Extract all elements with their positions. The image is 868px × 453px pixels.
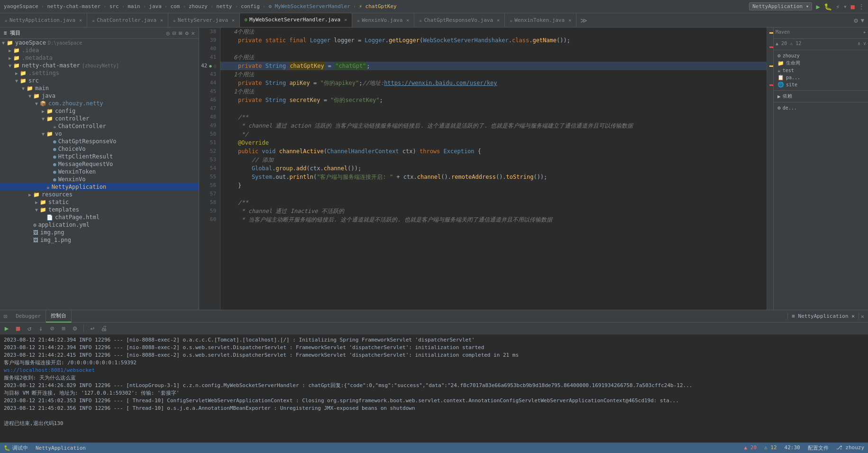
tree-item-controller[interactable]: ▼ 📁 controller: [0, 115, 199, 122]
tree-item-metadata[interactable]: ▶ 📁 .metadata: [0, 54, 199, 62]
breadcrumb-main[interactable]: main: [128, 3, 140, 9]
right-item-zhouzhy[interactable]: ⚙ zhouzy: [776, 52, 866, 59]
tree-item-nettyapplication[interactable]: ☕ NettyApplication: [0, 183, 199, 191]
breadcrumb-com[interactable]: com: [170, 3, 180, 9]
linenum-40: 40: [199, 45, 220, 53]
tab-wenxinvo[interactable]: ☕ WenxinVo.java ✕: [352, 13, 414, 28]
tab-close-myhandler[interactable]: ✕: [344, 17, 347, 22]
print-btn[interactable]: 🖨: [99, 324, 109, 333]
bottom-tab-debugger[interactable]: Debugger: [11, 310, 46, 323]
tree-item-img1[interactable]: 🖼 img_1.png: [0, 236, 199, 244]
tree-item-resources[interactable]: ▶ 📁 resources: [0, 191, 199, 198]
tree-item-templates[interactable]: ▼ 📁 templates: [0, 206, 199, 213]
right-item-test[interactable]: ☕ test: [776, 67, 866, 74]
encoding[interactable]: 配置文件: [808, 444, 829, 452]
tree-item-yaoespace[interactable]: ▼ 📁 yaoeSpace D:\yaoeSpace: [0, 39, 199, 46]
tree-item-chatpage[interactable]: 📄 chatPage.html: [0, 213, 199, 221]
clear-console-btn[interactable]: ⊘: [47, 324, 57, 333]
session-tab[interactable]: ≡ NettyApplication ✕: [787, 313, 859, 319]
collapse-all-icon[interactable]: ⊟: [173, 30, 176, 37]
tree-item-settings[interactable]: ▶ 📁 .settings: [0, 69, 199, 77]
status-netty[interactable]: NettyApplication: [36, 445, 86, 451]
softrap-btn[interactable]: ↩: [88, 324, 97, 333]
breadcrumb-src[interactable]: src: [110, 3, 119, 9]
tab-close-wenxintoken[interactable]: ✕: [568, 18, 571, 23]
settings-icon[interactable]: ⚙: [185, 30, 189, 37]
stop-tool-btn[interactable]: ■: [13, 324, 23, 333]
tree-item-java[interactable]: ▼ 📁 java: [0, 92, 199, 100]
tree-item-chatcontroller[interactable]: ☕ ChatController: [0, 122, 199, 130]
warn-count[interactable]: ⚠ 12: [764, 444, 777, 452]
run-button[interactable]: ▶: [816, 3, 820, 10]
settings-tool-btn[interactable]: ⚙: [70, 324, 80, 333]
tree-item-appyml[interactable]: ⚙ application.yml: [0, 221, 199, 229]
bottom-tab-console[interactable]: 控制台: [46, 310, 72, 323]
tab-close-nettyapplication[interactable]: ✕: [79, 18, 82, 23]
right-item-shengchang[interactable]: 📁 生命周: [776, 59, 866, 67]
tab-nettyapplication[interactable]: ☕ NettyApplication.java ✕: [0, 13, 87, 28]
collapse-button[interactable]: ▼: [861, 17, 864, 24]
code-scroll[interactable]: 38 39 40 41 42 ● @ 43 44 45 46 47 48 49 …: [199, 28, 773, 310]
tree-label-java: java: [42, 92, 55, 99]
tree-item-wenxintoken[interactable]: ● WenxinToken: [0, 168, 199, 176]
tree-item-config[interactable]: ▶ 📁 config: [0, 107, 199, 115]
tree-item-idea[interactable]: ▶ 📁 .idea: [0, 46, 199, 54]
tab-chatgptresponsevo[interactable]: ☕ ChatGptResponseVo.java ✕: [414, 13, 505, 28]
linenum-59: 59: [199, 207, 220, 215]
coverage-button[interactable]: ⚡: [836, 3, 840, 10]
tab-mywebsockethandler[interactable]: ⚙ MyWebSocketServerHandler.java ✕: [240, 13, 352, 28]
branch[interactable]: ⎇ zhouzy: [836, 444, 864, 452]
right-item-pa[interactable]: 📋 pa...: [776, 74, 866, 81]
tab-wenxintoken[interactable]: ☕ WenxinToken.java ✕: [505, 13, 576, 28]
tree-item-package[interactable]: ▼ 📦 com.zhouzy.netty: [0, 100, 199, 107]
tab-close-chatgptvo[interactable]: ✕: [497, 18, 500, 23]
right-item-yilai[interactable]: ▶ 依赖: [776, 92, 866, 100]
tab-close-chat[interactable]: ✕: [160, 18, 163, 23]
breadcrumb-zhouzy[interactable]: zhouzy: [189, 3, 208, 9]
breadcrumb-config[interactable]: config: [241, 3, 260, 9]
tree-label-choicevo: ChoiceVo: [58, 146, 86, 152]
tab-close-wenxinvo[interactable]: ✕: [406, 18, 409, 23]
tree-item-vo[interactable]: ▼ 📁 vo: [0, 130, 199, 138]
breadcrumb-yaoespace[interactable]: yaogeSspace: [4, 3, 38, 9]
right-item-gear[interactable]: ⚙ de...: [776, 104, 866, 111]
run-tool-btn[interactable]: ▶: [2, 324, 11, 333]
tree-item-httpclientresult[interactable]: ● HttpClientResult: [0, 153, 199, 160]
tree-item-src[interactable]: ▼ 📁 src: [0, 77, 199, 84]
console-output[interactable]: 2023-08-12 21:44:22.394 INFO 12296 --- […: [0, 334, 868, 443]
close-bottom-panel[interactable]: ✕: [861, 313, 864, 320]
run-config-dropdown[interactable]: NettyApplication ▾: [749, 2, 812, 10]
expand-all-icon[interactable]: ⊞: [179, 30, 182, 37]
extra-tools[interactable]: ⋮: [859, 3, 864, 10]
tree-item-chatgptresponsevo[interactable]: ● ChatGptResponseVo: [0, 138, 199, 145]
tree-item-static[interactable]: ▶ 📁 static: [0, 198, 199, 206]
more-run-options[interactable]: ▾: [843, 3, 847, 10]
tree-item-img[interactable]: 🖼 img.png: [0, 229, 199, 236]
tree-item-choicevo[interactable]: ● ChoiceVo: [0, 145, 199, 153]
rerun-tool-btn[interactable]: ↺: [25, 324, 34, 333]
breadcrumb-key[interactable]: ⚡ chatGptKey: [359, 3, 396, 9]
tab-more-button[interactable]: ≫: [576, 17, 591, 24]
debug-button[interactable]: 🐛: [824, 3, 832, 10]
close-sidebar-icon[interactable]: ✕: [192, 30, 195, 37]
console-icon[interactable]: ⊡: [4, 313, 7, 320]
stop-button[interactable]: ■: [851, 3, 855, 10]
tab-close-nettyserver[interactable]: ✕: [232, 18, 235, 23]
breadcrumb-netty[interactable]: netty-chat-master: [47, 3, 101, 9]
breadcrumb-java[interactable]: java: [149, 3, 162, 9]
code-content[interactable]: 4个用法 private static final Logger logger …: [220, 28, 767, 310]
tree-item-messagerequestvo[interactable]: ● MessageRequestVo: [0, 160, 199, 168]
scroll-end-btn[interactable]: ↓: [36, 324, 46, 333]
tab-chatcontroller[interactable]: ☕ ChatController.java ✕: [87, 13, 168, 28]
locate-file-icon[interactable]: ◎: [166, 30, 170, 37]
tab-nettyserver[interactable]: ☕ NettyServer.java ✕: [168, 13, 240, 28]
breadcrumb-handler[interactable]: ⚙ MyWebSocketServerHandler: [268, 3, 350, 9]
tree-item-netty-master[interactable]: ▼ 📁 netty-chat-master [zhouzyNetty]: [0, 62, 199, 69]
breadcrumb-netty2[interactable]: netty: [216, 3, 232, 9]
right-item-site[interactable]: 🌐 site: [776, 81, 866, 88]
error-count[interactable]: ▲ 20: [744, 444, 757, 452]
tree-item-wenxinvo[interactable]: ● WenxinVo: [0, 176, 199, 183]
filter-btn[interactable]: ≡: [59, 324, 68, 333]
tree-item-main[interactable]: ▼ 📁 main: [0, 84, 199, 92]
editor-settings-button[interactable]: ⚙: [854, 17, 858, 24]
